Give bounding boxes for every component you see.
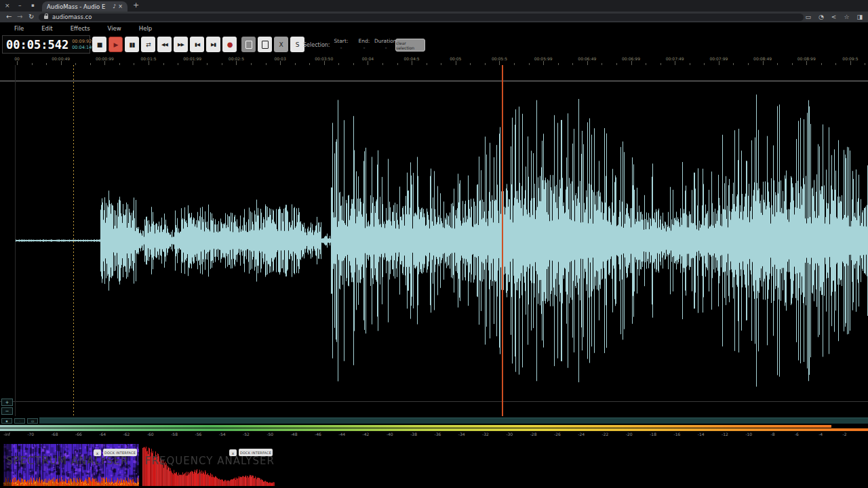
frequency-dock-button[interactable]: DOCK INTERFACE — [239, 449, 273, 456]
snippet-button[interactable]: S — [290, 37, 304, 52]
fast-forward-button[interactable]: ▶▶ — [174, 37, 188, 52]
spectrum-analyser-title: SPECTRUM ANALYSER — [6, 455, 128, 467]
meter-label: -18 — [650, 432, 656, 436]
meter-label: -44 — [338, 432, 345, 436]
meter-label: -32 — [482, 432, 489, 436]
ruler-label: 00:05:5 — [492, 56, 507, 61]
frequency-close-button[interactable]: x — [229, 449, 237, 456]
cut-button[interactable]: X — [274, 37, 288, 52]
meter-label: -52 — [243, 432, 250, 436]
meter-label: -30 — [506, 432, 513, 436]
spectrum-close-button[interactable]: x — [94, 449, 101, 456]
selection-field-value: - — [330, 44, 353, 52]
menu-effects[interactable]: Effects — [62, 24, 99, 33]
cast-icon[interactable]: ◔ — [818, 12, 824, 22]
frequency-analyser-panel[interactable]: FREQUENCY ANALYSER x DOCK INTERFACE — [142, 444, 275, 486]
ruler-label: 00:03:50 — [315, 56, 333, 61]
amplitude-zoom-out-button[interactable]: − — [1, 407, 13, 415]
window-maximize-icon[interactable]: ▪ — [31, 0, 35, 12]
document-icon — [262, 41, 269, 49]
menu-edit[interactable]: Edit — [33, 24, 61, 33]
meter-label: -2 — [843, 432, 847, 436]
timeline-ruler[interactable]: 0000:00:4900:00:9900:01:500:01:9900:02:5… — [0, 56, 868, 65]
record-button[interactable]: ● — [222, 37, 237, 52]
level-meter-left — [0, 425, 831, 428]
menu-file[interactable]: File — [5, 24, 33, 33]
menu-view[interactable]: View — [99, 24, 130, 33]
waveform-canvas[interactable] — [0, 65, 868, 418]
url-bar[interactable]: audiomass.co — [39, 14, 804, 21]
spectrum-dock-button[interactable]: DOCK INTERFACE — [103, 449, 137, 456]
rewind-button[interactable]: ◀◀ — [157, 37, 172, 52]
meter-label: -36 — [434, 432, 441, 436]
ruler-label: 00:00:49 — [52, 56, 70, 61]
waveform-bottom-border — [0, 401, 868, 402]
new-tab-button[interactable]: + — [133, 0, 139, 12]
back-icon[interactable]: ← — [6, 12, 12, 22]
meter-label: -50 — [267, 432, 273, 436]
ruler-label: 00:08:99 — [797, 56, 816, 61]
window-minimize-icon[interactable]: – — [18, 0, 22, 12]
media-controls-icon[interactable]: ▭ — [805, 12, 811, 22]
remaining-time: 00:04:149 — [72, 45, 94, 51]
audiomass-app-window: × – ▪ AudioMass - Audio E ♪ × + ← → ↻ au… — [0, 0, 868, 488]
ruler-label: 00:01:5 — [140, 56, 156, 61]
ruler-label: 00:01:99 — [183, 56, 201, 61]
app-menu-bar: FileEditEffectsViewHelp — [5, 24, 161, 33]
browser-tab[interactable]: AudioMass - Audio E ♪ × — [42, 1, 127, 12]
horizontal-scrollbar[interactable] — [39, 418, 868, 424]
meter-label: -22 — [602, 432, 609, 436]
paste-button[interactable] — [258, 37, 272, 52]
loop-button[interactable]: ⇄ — [141, 37, 155, 52]
stop-button[interactable]: ■ — [92, 37, 106, 52]
mini-button-2[interactable]: · — [14, 418, 25, 424]
selection-start: Start:- — [330, 38, 353, 52]
browser-toolbar: ← → ↻ audiomass.co — [0, 12, 868, 22]
meter-label: -4 — [818, 432, 823, 436]
meter-label: -54 — [219, 432, 226, 436]
meter-label: -42 — [363, 432, 370, 436]
skip-to-end-button[interactable]: ▶▮ — [206, 37, 220, 52]
mini-button-1[interactable]: ▪ — [1, 418, 12, 424]
clear-selection-button[interactable]: clear selection — [395, 39, 425, 52]
pause-button[interactable]: ▮▮ — [125, 37, 139, 52]
play-button[interactable]: ▶ — [108, 37, 123, 52]
meter-label: -8 — [771, 432, 775, 436]
waveform-top-border — [0, 81, 868, 81]
ruler-label: 00:03 — [274, 56, 285, 61]
amplitude-zoom-in-button[interactable]: + — [1, 399, 13, 406]
meter-label: -34 — [458, 432, 465, 436]
tab-title: AudioMass - Audio E — [47, 3, 111, 10]
side-panel-icon[interactable]: ◨ — [856, 12, 863, 22]
cue-marker-line[interactable] — [73, 65, 74, 416]
tab-audio-playing-icon[interactable]: ♪ — [113, 3, 116, 9]
skip-to-start-button[interactable]: ▮◀ — [190, 37, 204, 52]
time-display: 00:05:542 00:09:920 00:04:149 — [2, 35, 90, 54]
meter-label: -12 — [722, 432, 728, 436]
waveform-left-border — [15, 65, 16, 416]
ruler-label: 00:07:99 — [709, 56, 728, 61]
meter-label: -48 — [291, 432, 298, 436]
paste-as-new-button[interactable] — [241, 37, 256, 52]
meter-label: -24 — [578, 432, 585, 436]
share-icon[interactable]: < — [831, 12, 837, 22]
selection-field-label: Start: — [330, 38, 353, 44]
lock-icon — [44, 16, 48, 19]
mini-button-3[interactable]: ▭ — [27, 418, 38, 424]
meter-label: -20 — [626, 432, 633, 436]
meter-label: -68 — [52, 432, 58, 436]
selection-field-value: - — [374, 44, 397, 52]
browser-tab-strip: × – ▪ AudioMass - Audio E ♪ × + — [0, 0, 868, 12]
forward-icon[interactable]: → — [17, 12, 22, 22]
window-close-icon[interactable]: × — [5, 0, 10, 12]
bookmark-star-icon[interactable]: ☆ — [844, 12, 849, 22]
ruler-label: 00:06:49 — [578, 56, 596, 61]
spectrum-analyser-panel[interactable]: SPECTRUM ANALYSER x DOCK INTERFACE — [3, 444, 139, 486]
meter-label: -46 — [315, 432, 321, 436]
playhead-line[interactable] — [502, 65, 503, 416]
menu-help[interactable]: Help — [130, 24, 161, 33]
meter-label: -64 — [99, 432, 106, 436]
tab-close-icon[interactable]: × — [118, 3, 123, 9]
meter-label: -66 — [75, 432, 82, 436]
reload-icon[interactable]: ↻ — [28, 12, 34, 22]
